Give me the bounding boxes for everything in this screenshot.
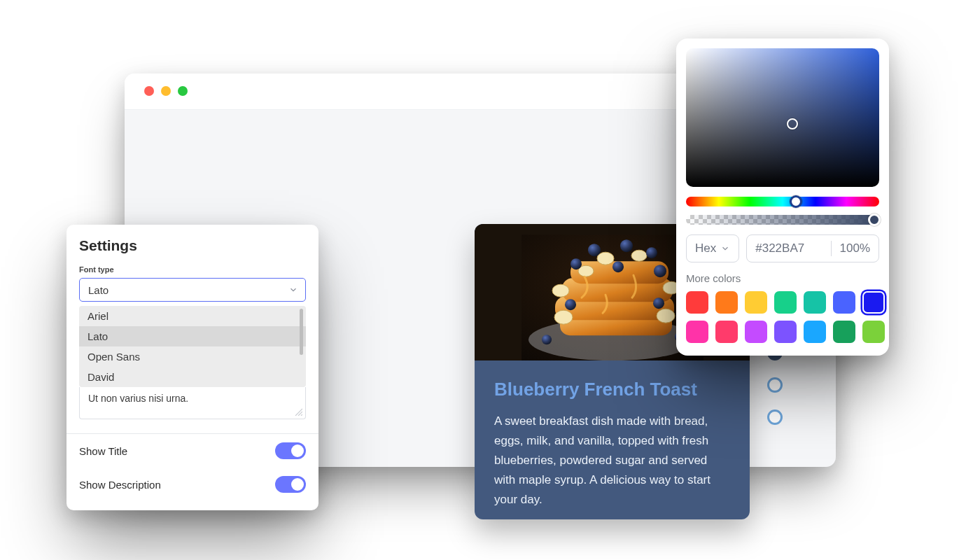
hue-slider[interactable]: [686, 197, 879, 206]
recipe-description: A sweet breakfast dish made with bread, …: [494, 412, 730, 510]
indicator-dot[interactable]: [767, 377, 783, 393]
alpha-thumb[interactable]: [868, 214, 881, 226]
sample-textarea[interactable]: Ut non varius nisi urna.: [79, 387, 306, 419]
font-option[interactable]: Open Sans: [79, 346, 306, 367]
color-format-select[interactable]: Hex: [686, 234, 739, 262]
svg-point-13: [588, 244, 601, 256]
svg-point-17: [612, 261, 624, 272]
svg-point-10: [597, 252, 614, 265]
color-swatch[interactable]: [833, 321, 855, 343]
color-value-box: #322BA7 100%: [746, 234, 879, 262]
close-icon[interactable]: [144, 86, 154, 96]
textarea-value: Ut non varius nisi urna.: [88, 393, 188, 404]
resize-handle-icon[interactable]: [294, 407, 302, 416]
color-picker: Hex #322BA7 100% More colors: [676, 38, 889, 356]
maximize-icon[interactable]: [178, 86, 188, 96]
hue-thumb[interactable]: [790, 195, 802, 208]
sv-cursor[interactable]: [787, 118, 798, 130]
chevron-down-icon: [288, 285, 298, 297]
svg-point-8: [552, 284, 569, 297]
show-description-label: Show Description: [79, 479, 161, 491]
settings-title: Settings: [79, 237, 306, 254]
indicator-dot[interactable]: [767, 410, 783, 425]
svg-point-21: [542, 335, 552, 344]
more-colors-label: More colors: [686, 272, 879, 284]
opacity-input[interactable]: 100%: [832, 241, 878, 255]
font-option[interactable]: David: [79, 367, 306, 387]
font-type-label: Font type: [79, 265, 306, 274]
color-swatch[interactable]: [804, 321, 826, 343]
swatch-grid: [686, 291, 879, 343]
svg-point-14: [620, 239, 633, 252]
color-format-value: Hex: [695, 241, 716, 255]
show-title-toggle[interactable]: [275, 442, 306, 459]
window-controls: [144, 86, 188, 96]
color-swatch[interactable]: [745, 321, 767, 343]
color-swatch[interactable]: [745, 291, 767, 314]
color-swatch[interactable]: [804, 291, 826, 314]
color-swatch[interactable]: [862, 321, 885, 343]
settings-panel: Settings Font type Lato Ariel Lato Open …: [66, 225, 318, 510]
color-swatch[interactable]: [862, 291, 885, 314]
color-swatch[interactable]: [715, 321, 738, 343]
color-swatch[interactable]: [774, 291, 797, 314]
svg-point-6: [554, 310, 573, 324]
sv-canvas[interactable]: [686, 48, 879, 187]
svg-point-18: [654, 265, 666, 277]
hex-input[interactable]: #322BA7: [747, 241, 830, 255]
font-select-value: Lato: [88, 284, 108, 296]
svg-point-20: [653, 298, 664, 309]
recipe-title: Blueberry French Toast: [494, 379, 730, 400]
minimize-icon[interactable]: [161, 86, 171, 96]
color-swatch[interactable]: [686, 321, 708, 343]
alpha-slider[interactable]: [686, 215, 879, 225]
svg-point-19: [565, 299, 576, 310]
color-swatch[interactable]: [833, 291, 855, 314]
svg-point-15: [646, 247, 657, 258]
show-description-toggle[interactable]: [275, 476, 306, 493]
color-swatch[interactable]: [715, 291, 738, 314]
svg-point-16: [570, 258, 582, 270]
font-select[interactable]: Lato: [79, 278, 306, 302]
show-title-label: Show Title: [79, 445, 127, 457]
font-option[interactable]: Lato: [79, 326, 306, 346]
chevron-down-icon: [720, 244, 730, 253]
font-option[interactable]: Ariel: [79, 306, 306, 326]
font-options-list: Ariel Lato Open Sans David: [79, 306, 306, 387]
options-scrollbar[interactable]: [300, 309, 303, 355]
color-swatch[interactable]: [774, 321, 797, 343]
color-swatch[interactable]: [686, 291, 708, 314]
svg-point-11: [631, 250, 647, 261]
svg-point-7: [657, 309, 675, 323]
